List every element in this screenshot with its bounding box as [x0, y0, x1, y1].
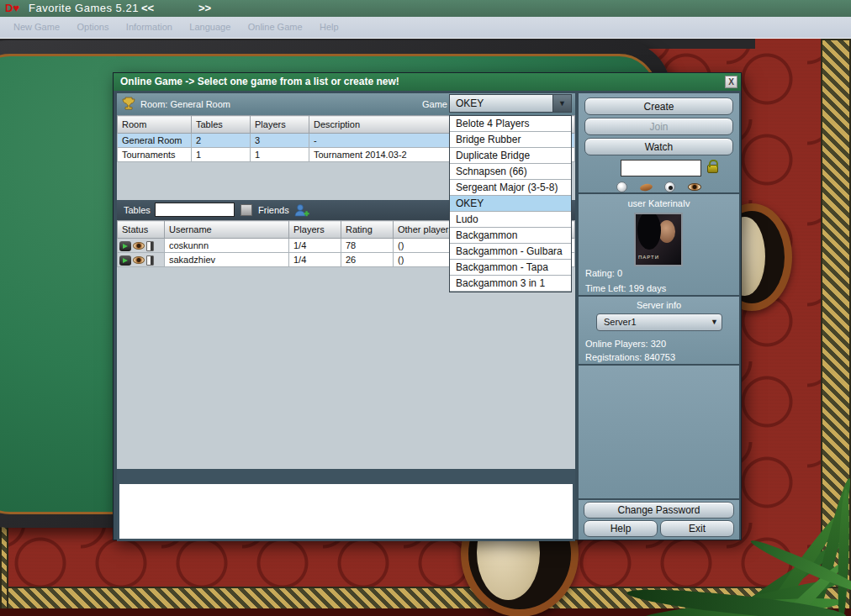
- room-cell[interactable]: General Room: [118, 134, 192, 148]
- change-password-button[interactable]: Change Password: [584, 502, 734, 519]
- menu-item-information[interactable]: Information: [126, 22, 172, 32]
- help-button[interactable]: Help: [584, 520, 658, 537]
- watch-status-icon: [133, 256, 145, 264]
- nav-back-button[interactable]: <<: [141, 2, 154, 14]
- window-title: Favorite Games 5.21: [29, 2, 139, 14]
- players-cell[interactable]: 1: [251, 148, 309, 162]
- game-option[interactable]: Belote 4 Players: [450, 116, 571, 132]
- avatar-caption: ПАРТИ: [638, 255, 659, 260]
- status-cell: [118, 239, 165, 253]
- game-type-icon: [146, 241, 154, 251]
- game-option[interactable]: Sergeant Major (3-5-8): [450, 180, 571, 196]
- col-header-status[interactable]: Status: [118, 221, 165, 239]
- heart-icon: ♥: [13, 2, 19, 14]
- game-option[interactable]: Backgammon - Gulbara: [450, 244, 571, 260]
- room-cell[interactable]: Tournaments: [118, 148, 192, 162]
- col-header-tables[interactable]: Tables: [192, 116, 251, 134]
- trophy-icon: [122, 97, 135, 111]
- dialog-titlebar: Online Game -> Select one game from a li…: [114, 73, 741, 91]
- online-players-label: Online Players: 320: [585, 339, 666, 349]
- game-option[interactable]: Schnapsen (66): [450, 164, 571, 180]
- avatar: ПАРТИ: [634, 213, 683, 266]
- exit-button[interactable]: Exit: [660, 520, 734, 537]
- play-status-icon: [119, 255, 131, 266]
- rating-cell[interactable]: 26: [341, 253, 394, 267]
- chevron-down-icon: ▼: [711, 314, 718, 330]
- col-header-username[interactable]: Username: [165, 221, 289, 239]
- application-window: D♥ Favorite Games 5.21 << >> New Game Op…: [0, 0, 851, 616]
- menu-bar: New Game Options Information Language On…: [0, 17, 851, 39]
- players-count-cell[interactable]: 1/4: [289, 253, 341, 267]
- server-selected-value: Server1: [604, 317, 637, 327]
- play-mode-radio[interactable]: [616, 182, 627, 192]
- game-option[interactable]: Bridge Rubber: [450, 132, 571, 148]
- create-button[interactable]: Create: [584, 97, 733, 115]
- col-header-players[interactable]: Players: [251, 116, 309, 134]
- watch-mode-radio[interactable]: [664, 182, 675, 192]
- game-option[interactable]: Duplicate Bridge: [450, 148, 571, 164]
- tables-filter-input[interactable]: [155, 203, 235, 217]
- visibility-options: [579, 179, 739, 194]
- game-option[interactable]: Backgammon: [450, 228, 571, 244]
- menu-item-options[interactable]: Options: [77, 22, 108, 32]
- tables-cell[interactable]: 2: [192, 134, 251, 148]
- menu-item-language[interactable]: Language: [189, 22, 230, 32]
- nav-forward-button[interactable]: >>: [198, 2, 211, 14]
- time-left-label: Time Left: 199 days: [585, 283, 666, 293]
- menu-item-online-game[interactable]: Online Game: [248, 22, 303, 32]
- game-option[interactable]: Ludo: [450, 212, 571, 228]
- game-select-dropdown[interactable]: OKEY ▼: [449, 94, 572, 113]
- username-cell[interactable]: sakadzhiev: [165, 253, 289, 267]
- eye-icon: [688, 183, 701, 191]
- game-label: Game: [422, 99, 447, 109]
- game-selected-value: OKEY: [456, 97, 484, 109]
- game-option[interactable]: Backgammon 3 in 1: [450, 276, 571, 292]
- rating-cell[interactable]: 78: [341, 239, 394, 253]
- message-log-area: [117, 484, 575, 541]
- status-cell: [118, 253, 165, 267]
- tables-cell[interactable]: 1: [192, 148, 251, 162]
- online-game-dialog: Online Game -> Select one game from a li…: [113, 72, 742, 540]
- join-button[interactable]: Join: [584, 118, 733, 135]
- lock-icon: [707, 165, 718, 173]
- action-buttons-box: Create Join Watch: [579, 93, 739, 192]
- user-info-box: user KaterinaIv ПАРТИ Rating: 0 Time Lef…: [579, 194, 739, 295]
- game-option[interactable]: Backgammon - Tapa: [450, 260, 571, 276]
- col-header-players[interactable]: Players: [289, 221, 341, 239]
- game-type-icon: [146, 255, 154, 266]
- game-dropdown-list: Belote 4 Players Bridge Rubber Duplicate…: [449, 115, 572, 292]
- server-info-title: Server info: [579, 300, 739, 310]
- footer-buttons-box: Change Password Help Exit: [579, 500, 739, 540]
- user-name-label: user KaterinaIv: [579, 198, 739, 208]
- friends-label: Friends: [258, 205, 289, 215]
- status-divider-bar: [117, 469, 575, 484]
- add-friend-icon[interactable]: [293, 203, 309, 218]
- play-status-icon: [119, 241, 131, 251]
- app-logo-icon: D♥: [5, 2, 19, 14]
- window-titlebar: D♥ Favorite Games 5.21 << >>: [0, 0, 851, 17]
- menu-item-help[interactable]: Help: [320, 22, 339, 32]
- table-password-input[interactable]: [621, 160, 701, 176]
- players-count-cell[interactable]: 1/4: [289, 239, 341, 253]
- menu-item-new-game[interactable]: New Game: [13, 22, 60, 32]
- username-cell[interactable]: coskunnn: [165, 239, 289, 253]
- hand-icon: [639, 182, 653, 192]
- friends-checkbox[interactable]: [240, 204, 252, 216]
- user-rating-label: Rating: 0: [585, 268, 622, 278]
- chevron-down-icon[interactable]: ▼: [552, 95, 571, 112]
- current-room-label: Room: General Room: [140, 99, 230, 109]
- col-header-rating[interactable]: Rating: [341, 221, 394, 239]
- server-info-box: Server info Server1 ▼ Online Players: 32…: [579, 297, 739, 364]
- col-header-room[interactable]: Room: [118, 116, 192, 134]
- server-select-dropdown[interactable]: Server1 ▼: [596, 313, 722, 331]
- watch-status-icon: [133, 242, 145, 250]
- players-table-empty-area: [117, 267, 575, 469]
- game-option-highlighted[interactable]: OKEY: [450, 196, 571, 212]
- info-empty-box: [579, 366, 739, 498]
- tables-filter-label: Tables: [124, 205, 151, 215]
- registrations-label: Registrations: 840753: [585, 352, 675, 362]
- close-button[interactable]: X: [725, 76, 737, 88]
- players-cell[interactable]: 3: [251, 134, 309, 148]
- lobby-right-panel: Create Join Watch user KaterinaIv ПАРТИ …: [579, 93, 739, 540]
- watch-button[interactable]: Watch: [584, 138, 733, 155]
